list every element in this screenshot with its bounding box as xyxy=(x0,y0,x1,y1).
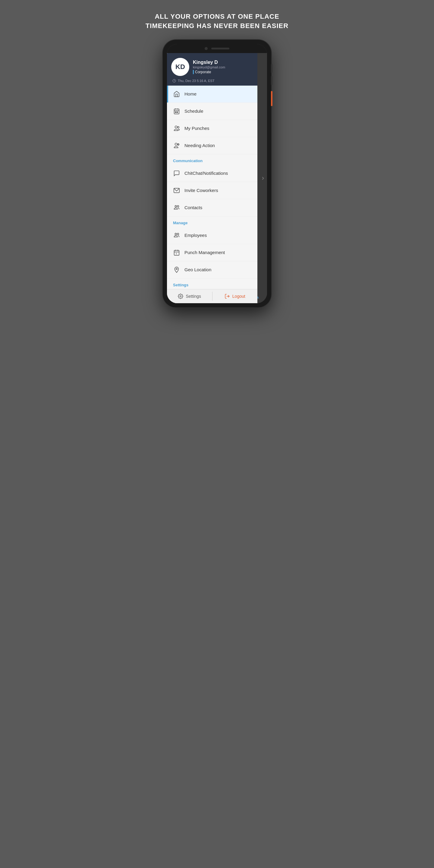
svg-point-12 xyxy=(175,143,177,145)
active-indicator xyxy=(167,86,168,102)
section-settings: Settings xyxy=(167,278,257,289)
logout-button[interactable]: Logout xyxy=(213,289,258,303)
side-button-mid xyxy=(271,76,273,85)
user-row: KD Kingsley D kingsleyd@gmail.com Corpor… xyxy=(171,58,253,76)
sidebar-item-employees[interactable]: Employees xyxy=(167,227,257,244)
sidebar-item-chitchat[interactable]: ChitChat/Notifications xyxy=(167,165,257,182)
navigation-drawer: KD Kingsley D kingsleyd@gmail.com Corpor… xyxy=(167,53,257,303)
schedule-label: Schedule xyxy=(184,108,204,114)
logout-label: Logout xyxy=(232,294,245,299)
phone-shell: Clock › 0 On Break xyxy=(163,40,271,307)
datetime-text: Thu, Dec 23 5:16 A, EST xyxy=(178,79,215,83)
invite-icon xyxy=(173,187,180,194)
phone-screen: Clock › 0 On Break xyxy=(167,44,267,303)
needing-action-label: Needing Action xyxy=(184,143,215,148)
front-camera xyxy=(205,47,208,50)
side-button-top xyxy=(271,64,273,73)
tagline: ALL YOUR OPTIONS AT ONE PLACE TIMEKEEPIN… xyxy=(146,12,288,31)
chitchat-label: ChitChat/Notifications xyxy=(184,170,228,176)
datetime-row: Thu, Dec 23 5:16 A, EST xyxy=(171,79,253,83)
chitchat-icon xyxy=(173,170,180,177)
user-info: Kingsley D kingsleyd@gmail.com Corporate xyxy=(193,60,225,74)
logout-icon xyxy=(224,293,230,299)
sidebar-item-needing-action[interactable]: Needing Action xyxy=(167,137,257,154)
company-bar xyxy=(193,70,194,74)
user-name: Kingsley D xyxy=(193,60,225,65)
invite-label: Invite Coworkers xyxy=(184,188,218,193)
nav-list: Home xyxy=(167,86,257,289)
punch-management-icon: $ xyxy=(173,249,180,256)
svg-point-11 xyxy=(178,126,179,128)
settings-button[interactable]: Settings xyxy=(167,289,212,303)
my-punches-label: My Punches xyxy=(184,126,210,131)
avatar: KD xyxy=(171,58,189,76)
user-company: Corporate xyxy=(193,70,225,74)
sidebar-item-geo-location[interactable]: Geo Location xyxy=(167,261,257,278)
sidebar-item-punch-management[interactable]: $ Punch Management xyxy=(167,244,257,261)
geo-location-icon xyxy=(173,266,180,273)
drawer-footer: Settings Logout xyxy=(167,289,257,303)
svg-rect-9 xyxy=(177,112,178,113)
expand-chevron[interactable]: › xyxy=(262,174,264,182)
settings-label: Settings xyxy=(186,294,201,299)
home-icon xyxy=(173,90,180,98)
sidebar-item-schedule[interactable]: Schedule xyxy=(167,103,257,120)
sidebar-item-home[interactable]: Home xyxy=(167,86,257,103)
speaker xyxy=(211,48,229,50)
sidebar-item-invite[interactable]: Invite Coworkers xyxy=(167,182,257,199)
side-button-accent xyxy=(271,91,273,106)
employees-icon xyxy=(173,232,180,239)
employees-label: Employees xyxy=(184,233,207,238)
svg-rect-4 xyxy=(174,109,179,114)
settings-icon xyxy=(178,293,183,299)
svg-rect-8 xyxy=(175,112,176,113)
svg-point-21 xyxy=(175,233,177,235)
screen-content: Clock › 0 On Break xyxy=(167,53,267,303)
svg-point-29 xyxy=(180,296,181,297)
svg-point-10 xyxy=(175,126,177,128)
section-communication: Communication xyxy=(167,154,257,165)
schedule-icon xyxy=(173,107,180,115)
contacts-icon xyxy=(173,204,180,211)
svg-point-28 xyxy=(176,268,178,270)
my-punches-icon xyxy=(173,125,180,132)
sidebar-item-contacts[interactable]: Contacts xyxy=(167,199,257,216)
home-label: Home xyxy=(184,91,196,96)
drawer-header: KD Kingsley D kingsleyd@gmail.com Corpor… xyxy=(167,53,257,86)
svg-point-19 xyxy=(175,205,177,207)
clock-small-icon xyxy=(173,79,176,83)
svg-text:$: $ xyxy=(176,252,177,254)
punch-management-label: Punch Management xyxy=(184,250,225,255)
sidebar-item-my-punches[interactable]: My Punches xyxy=(167,120,257,137)
section-manage: Manage xyxy=(167,216,257,227)
needing-action-icon xyxy=(173,142,180,149)
geo-location-label: Geo Location xyxy=(184,267,211,272)
svg-point-22 xyxy=(177,233,179,235)
svg-point-20 xyxy=(177,205,179,207)
contacts-label: Contacts xyxy=(184,205,202,210)
phone-topbar xyxy=(167,44,267,53)
user-email: kingsleyd@gmail.com xyxy=(193,65,225,69)
